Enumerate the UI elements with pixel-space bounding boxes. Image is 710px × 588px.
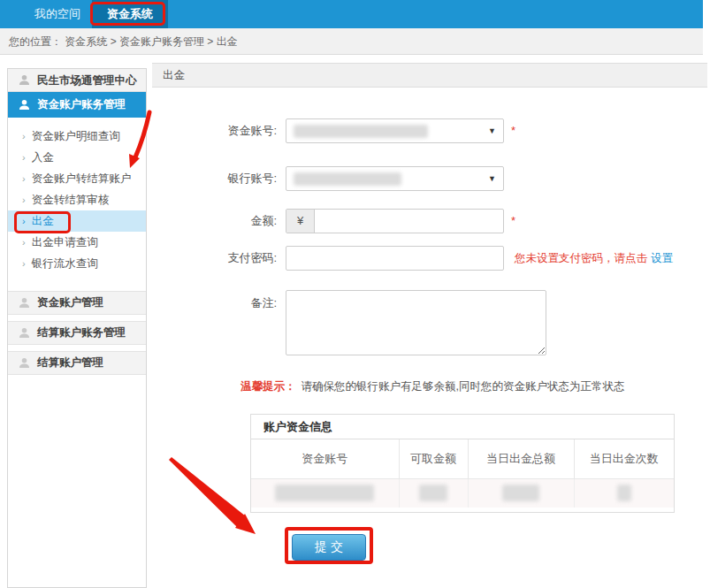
currency-symbol: ¥ bbox=[286, 210, 315, 233]
breadcrumb: 您的位置： 资金系统 > 资金账户账务管理 > 出金 bbox=[0, 28, 703, 55]
sidebar-item-label: 资金账户转结算账户 bbox=[32, 168, 132, 189]
remark-label: 备注: bbox=[152, 295, 277, 311]
masked-cell-today-count bbox=[574, 478, 674, 508]
sidebar-item-fund-to-settlement[interactable]: › 资金账户转结算账户 bbox=[8, 168, 146, 189]
set-password-link[interactable]: 设置 bbox=[651, 252, 673, 264]
col-withdrawable-amount: 可取金额 bbox=[399, 439, 468, 478]
bank-account-row: 银行账号: ▼ bbox=[152, 166, 707, 191]
fund-account-label: 资金账号: bbox=[152, 118, 277, 143]
account-info-title: 账户资金信息 bbox=[251, 415, 674, 439]
user-icon bbox=[19, 327, 30, 339]
user-icon bbox=[19, 74, 30, 86]
user-icon bbox=[19, 99, 30, 111]
masked-cell-today-total bbox=[468, 478, 574, 508]
user-icon bbox=[19, 357, 30, 369]
amount-label: 金额: bbox=[152, 209, 277, 233]
sidebar-section-label: 结算账户管理 bbox=[37, 351, 103, 375]
user-icon bbox=[19, 297, 30, 309]
page-title: 出金 bbox=[152, 64, 707, 88]
sidebar-item-label: 出金申请查询 bbox=[32, 232, 98, 253]
col-fund-account: 资金账号 bbox=[251, 439, 399, 478]
sidebar-section-label: 资金账户管理 bbox=[37, 291, 103, 315]
sidebar-item-label: 出金 bbox=[32, 210, 54, 232]
pay-password-label: 支付密码: bbox=[152, 246, 277, 271]
main-content: 出金 资金账号: ▼ * 银行账号: ▼ 金额: ¥ * bbox=[152, 63, 707, 588]
tab-fund-system[interactable]: 资金系统 bbox=[92, 0, 168, 28]
sidebar-section-label: 民生市场通管理中心 bbox=[37, 69, 137, 92]
sidebar-section-settlement-account[interactable]: 结算账户管理 bbox=[8, 351, 146, 375]
sidebar-section-fund-account-mgmt[interactable]: 资金账户账务管理 bbox=[8, 92, 146, 118]
sidebar-submenu: › 资金账户明细查询 › 入金 › 资金账户转结算账户 › 资金转结算审核 › … bbox=[8, 118, 146, 285]
sidebar-section-market-center[interactable]: 民生市场通管理中心 bbox=[8, 69, 146, 92]
pay-password-hint: 您未设置支付密码，请点击设置 bbox=[515, 251, 673, 266]
withdrawal-page: 我的空间 资金系统 您的位置： 资金系统 > 资金账户账务管理 > 出金 民生市… bbox=[0, 0, 710, 588]
sidebar-item-label: 入金 bbox=[32, 147, 54, 168]
table-header-row: 资金账号 可取金额 当日出金总额 当日出金次数 bbox=[251, 439, 674, 478]
bank-account-label: 银行账号: bbox=[152, 166, 277, 191]
required-asterisk: * bbox=[511, 214, 515, 227]
pay-password-input[interactable] bbox=[286, 247, 503, 270]
masked-bank-account-value bbox=[294, 172, 401, 186]
sidebar-item-fund-detail-query[interactable]: › 资金账户明细查询 bbox=[8, 126, 146, 147]
sidebar: 民生市场通管理中心 资金账户账务管理 › 资金账户明细查询 › 入金 › 资金账… bbox=[7, 68, 147, 588]
tips-label: 温馨提示： bbox=[240, 380, 296, 393]
bank-account-select[interactable]: ▼ bbox=[286, 166, 504, 191]
remark-textarea[interactable] bbox=[286, 290, 546, 355]
col-today-withdraw-total: 当日出金总额 bbox=[468, 439, 574, 478]
table-row bbox=[251, 478, 674, 508]
amount-row: 金额: ¥ * bbox=[152, 209, 707, 233]
masked-fund-account-value bbox=[294, 125, 428, 138]
chevron-icon: › bbox=[22, 168, 26, 189]
amount-field-wrap: ¥ bbox=[286, 209, 504, 233]
sidebar-item-transfer-audit[interactable]: › 资金转结算审核 bbox=[8, 189, 146, 210]
required-asterisk: * bbox=[511, 124, 515, 137]
chevron-icon: › bbox=[22, 126, 26, 147]
tab-my-space[interactable]: 我的空间 bbox=[22, 0, 93, 28]
account-info-table: 资金账号 可取金额 当日出金总额 当日出金次数 bbox=[251, 439, 674, 508]
masked-cell-fund-account bbox=[251, 478, 399, 508]
masked-cell-withdrawable bbox=[399, 478, 468, 508]
sidebar-item-label: 银行流水查询 bbox=[32, 253, 98, 274]
chevron-icon: › bbox=[22, 147, 26, 168]
chevron-icon: › bbox=[22, 210, 26, 232]
pay-password-field-wrap bbox=[286, 246, 504, 271]
remark-row: 备注: bbox=[152, 290, 707, 357]
sidebar-item-bank-flow-query[interactable]: › 银行流水查询 bbox=[8, 253, 146, 274]
sidebar-section-label: 资金账户账务管理 bbox=[37, 92, 126, 118]
submit-button[interactable]: 提 交 bbox=[292, 534, 366, 561]
sidebar-item-label: 资金账户明细查询 bbox=[32, 126, 120, 147]
sidebar-item-withdrawal[interactable]: › 出金 bbox=[8, 210, 146, 232]
account-info-panel: 账户资金信息 资金账号 可取金额 当日出金总额 当日出金次数 bbox=[250, 414, 675, 513]
fund-account-row: 资金账号: ▼ * bbox=[152, 118, 707, 143]
sidebar-item-deposit[interactable]: › 入金 bbox=[8, 147, 146, 168]
hint-text: 您未设置支付密码，请点击 bbox=[515, 252, 647, 264]
top-nav: 我的空间 资金系统 bbox=[0, 0, 703, 28]
chevron-icon: › bbox=[22, 253, 26, 274]
sidebar-section-label: 结算账户账务管理 bbox=[37, 321, 126, 345]
select-arrow-icon: ▼ bbox=[488, 174, 496, 183]
pay-password-row: 支付密码: 您未设置支付密码，请点击设置 bbox=[152, 246, 707, 271]
col-today-withdraw-count: 当日出金次数 bbox=[574, 439, 674, 478]
tips-line: 温馨提示：请确保您的银行账户有足够余额,同时您的资金账户状态为正常状态 bbox=[240, 379, 624, 394]
sidebar-item-label: 资金转结算审核 bbox=[32, 189, 110, 210]
amount-input[interactable] bbox=[315, 210, 503, 233]
chevron-icon: › bbox=[22, 189, 26, 210]
select-arrow-icon: ▼ bbox=[488, 126, 496, 135]
chevron-icon: › bbox=[22, 232, 26, 253]
tips-text: 请确保您的银行账户有足够余额,同时您的资金账户状态为正常状态 bbox=[302, 380, 625, 393]
sidebar-item-withdrawal-query[interactable]: › 出金申请查询 bbox=[8, 232, 146, 253]
sidebar-section-settlement-account-mgmt[interactable]: 结算账户账务管理 bbox=[8, 321, 146, 345]
sidebar-section-fund-account[interactable]: 资金账户管理 bbox=[8, 291, 146, 315]
fund-account-select[interactable]: ▼ bbox=[286, 118, 504, 143]
